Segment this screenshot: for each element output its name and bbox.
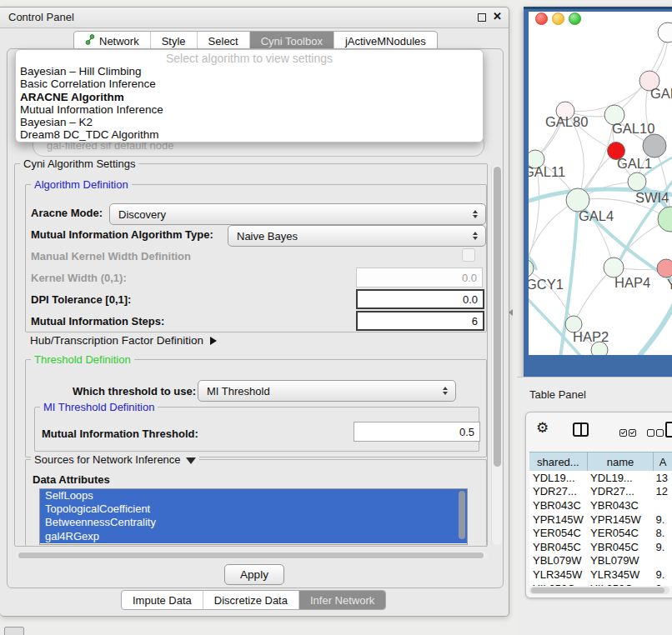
horizontal-scrollbar-thumb[interactable] [18,552,484,558]
algorithm-option[interactable]: ARACNE Algorithm [16,91,483,103]
network-view-window[interactable]: GALGAL80GAL10GAL11GAL1SWI4GAL4GCY1HAP4YH… [524,7,672,379]
bottom-tabbar: Impute DataDiscretize DataInfer Network [121,590,386,610]
float-window-icon[interactable] [478,13,486,22]
table-cell: YER054C [529,527,587,539]
node-label-y: Y [667,277,672,292]
attribute-item[interactable]: BetweennessCentrality [40,516,467,529]
network-edge[interactable] [529,200,578,268]
data-attributes-list[interactable]: SelfLoopsTopologicalCoefficientBetweenne… [39,488,468,545]
algorithm-definition-group: Algorithm Definition Aracne Mode: Discov… [25,184,487,332]
kernel-width-field[interactable]: 0.0 [356,268,483,288]
attribute-item[interactable]: gal4RGexp [40,530,467,543]
table-panel-dock: Table Panel ⚙ shared...nameA YDL19...YDL… [517,377,672,635]
tab-jactivemnodules[interactable]: jActiveMNodules [334,32,437,50]
table-row[interactable]: YIL052CYIL052C9 [529,582,672,586]
column-header-2[interactable]: name [588,452,654,471]
hide-columns-icon[interactable] [647,425,665,440]
table-row[interactable]: YBL079WYBL079W [529,554,672,568]
table-cell: YDL19... [529,472,587,484]
attribute-item[interactable]: SelfLoops [40,489,467,502]
network-node-topright[interactable] [658,22,672,42]
manual-kernel-checkbox[interactable] [462,248,475,262]
table-cell: YBR045C [587,541,652,553]
control-panel-titlebar: Control Panel ✕ [0,8,509,28]
network-edge[interactable] [565,81,649,112]
algorithm-option[interactable]: Bayesian – Hill Climbing [16,65,483,78]
which-threshold-combo[interactable]: MI Threshold [198,380,456,402]
table-row[interactable]: YER054CYER054C8. [529,526,672,540]
dpi-tolerance-field[interactable]: 0.0 [356,289,484,309]
column-header-3[interactable]: A [654,452,672,471]
tab-label: Style [162,35,186,48]
network-node-swi4[interactable] [658,207,672,232]
show-columns-icon[interactable] [619,425,638,440]
algorithm-popup-list: Bayesian – Hill ClimbingBasic Correlatio… [16,65,483,142]
node-label-gcy1: GCY1 [529,277,564,292]
node-label-gal10: GAL10 [612,121,654,136]
node-label-gal: GAL [650,86,672,101]
table-cell: YPR145W [529,513,587,526]
node-label-swi4: SWI4 [635,190,669,205]
close-icon[interactable]: ✕ [493,10,502,22]
table-cell: 8. [653,527,672,539]
table-cell: 13 [653,472,672,484]
column-header-1[interactable]: shared... [529,452,588,471]
tab-cyni-toolbox[interactable]: Cyni Toolbox [250,32,334,50]
mi-threshold-field[interactable]: 0.5 [354,422,480,442]
network-canvas[interactable]: GALGAL80GAL10GAL11GAL1SWI4GAL4GCY1HAP4YH… [529,12,672,355]
algorithm-option[interactable]: Mutual Information Inference [16,103,483,116]
settings-vertical-scrollbar[interactable] [491,165,502,545]
node-label-gal1: GAL1 [617,156,652,171]
hub-factor-expander[interactable]: Hub/Transcription Factor Definition [30,334,217,347]
combo-stepper-icon [443,387,448,395]
table-row[interactable]: YPR145WYPR145W9. [529,512,672,527]
table-cell: YBR043C [587,499,652,512]
table-row[interactable]: YLR345WYLR345W9. [529,568,672,582]
settings-horizontal-scrollbar[interactable] [16,552,488,559]
aracne-mode-combo[interactable]: Discovery [109,203,486,225]
sources-group-title[interactable]: Sources for Network Inference [31,453,199,466]
table-row[interactable]: YBR045CYBR045C9. [529,540,672,554]
network-node-salmon[interactable] [657,259,672,278]
network-highlight-edge[interactable] [639,305,672,355]
corner-button[interactable] [4,627,24,635]
table-scrollbar-thumb[interactable] [531,588,664,593]
network-graph[interactable]: GALGAL80GAL10GAL11GAL1SWI4GAL4GCY1HAP4YH… [529,12,672,355]
tab-discretize-data[interactable]: Discretize Data [203,591,299,609]
vertical-scrollbar-thumb[interactable] [494,167,501,467]
node-label-hap4: HAP4 [614,275,650,290]
mi-steps-field[interactable]: 6 [356,311,484,331]
table-row[interactable]: YDR27...YDR27...12 [529,485,672,499]
mi-algorithm-type-combo[interactable]: Naive Bayes [228,225,486,247]
splitter-collapse-arrow[interactable] [509,309,513,316]
list-scrollbar-thumb[interactable] [459,491,465,539]
tab-style[interactable]: Style [151,32,198,50]
tab-infer-network[interactable]: Infer Network [299,591,385,609]
algorithm-option[interactable]: Bayesian – K2 [16,116,483,128]
algorithm-option[interactable]: Basic Correlation Inference [16,78,483,90]
data-attributes-label: Data Attributes [33,473,110,486]
table-cell: YIL052C [587,582,652,586]
tab-network[interactable]: Network [74,32,151,50]
tab-select[interactable]: Select [198,32,250,50]
attribute-item[interactable]: TopologicalCoefficient [40,502,467,516]
export-table-icon[interactable] [665,422,672,438]
tab-label: Network [99,35,139,48]
table-cell: YIL052C [529,582,587,586]
algorithm-option[interactable]: Dream8 DC_TDC Algorithm [16,128,483,141]
network-node-gray[interactable] [643,134,666,158]
table-row[interactable]: YBR043CYBR043C [529,498,672,512]
network-icon [85,34,95,48]
network-node-gal1[interactable] [628,172,646,191]
tab-impute-data[interactable]: Impute Data [122,591,203,609]
node-label-gal4: GAL4 [579,208,614,223]
table-row[interactable]: YDL19...YDL19...13 [529,471,672,485]
table-horizontal-scrollbar[interactable] [529,587,669,594]
table-cell: 9. [653,513,672,526]
network-edge[interactable] [614,32,668,115]
combo-stepper-icon [473,232,478,240]
table-cell: YBR043C [529,499,587,512]
apply-button[interactable]: Apply [224,564,284,585]
split-columns-icon[interactable] [573,422,589,437]
settings-gear-icon[interactable]: ⚙ [536,421,549,435]
